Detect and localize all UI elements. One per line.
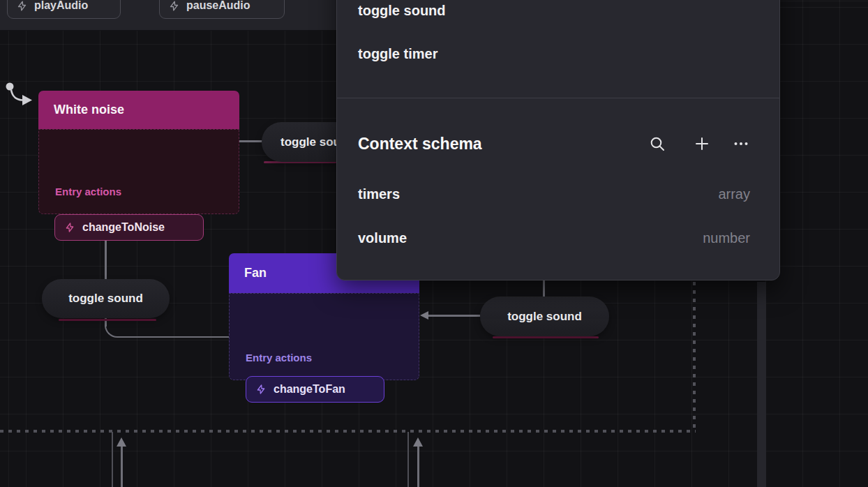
panel-event-item-toggle-timer[interactable]: toggle timer — [358, 46, 437, 62]
state-body: Entry actions changeToFan — [229, 293, 419, 380]
arrowhead-bottom-mid — [413, 437, 423, 447]
edge-enter-bottom-left — [121, 447, 123, 487]
entry-actions-label: Entry actions — [246, 352, 312, 364]
panel-event-item-toggle-sound[interactable]: toggle sound — [358, 3, 446, 19]
action-button-playAudio[interactable]: playAudio — [7, 0, 121, 19]
offscreen-node-edge — [757, 282, 766, 487]
details-panel: toggle sound toggle timer Context schema… — [336, 0, 780, 280]
state-header[interactable]: White noise — [38, 91, 239, 129]
bolt-icon — [168, 0, 180, 12]
event-pill-toggle-sound-right[interactable]: toggle sound — [480, 297, 609, 336]
more-icon[interactable] — [732, 135, 750, 153]
context-row-type: array — [718, 186, 750, 202]
event-label: toggle sound — [68, 292, 143, 306]
edge-togglesound-to-fan — [428, 315, 480, 317]
edge-enter-bottom-mid — [417, 447, 419, 487]
action-label: pauseAudio — [186, 0, 250, 12]
action-label: changeToNoise — [82, 221, 165, 234]
add-icon[interactable] — [693, 135, 711, 153]
context-schema-heading: Context schema — [358, 135, 482, 153]
event-pill-toggle-sound-left[interactable]: toggle sound — [42, 279, 170, 318]
search-icon[interactable] — [648, 135, 666, 153]
action-button-pauseAudio[interactable]: pauseAudio — [159, 0, 285, 19]
state-node-white-noise[interactable]: White noise Entry actions changeToNoise — [38, 91, 239, 214]
entry-action-chip-changeToNoise[interactable]: changeToNoise — [54, 214, 204, 241]
event-label: toggle sound — [507, 310, 582, 324]
state-title: White noise — [54, 103, 124, 117]
context-row-name[interactable]: timers — [358, 186, 400, 202]
bolt-icon — [16, 0, 28, 12]
edge-exit-bottom-mid — [407, 432, 409, 487]
transition-underline — [493, 336, 599, 338]
arrowhead-bottom-left — [117, 437, 126, 447]
action-label: playAudio — [34, 0, 88, 12]
bolt-icon — [64, 222, 75, 233]
state-body: Entry actions changeToNoise — [38, 129, 239, 214]
context-row-name[interactable]: volume — [358, 230, 407, 246]
parent-node-bottom[interactable]: playAudio pauseAudio — [0, 0, 336, 31]
context-row-type: number — [703, 230, 750, 246]
entry-actions-label: Entry actions — [55, 186, 121, 197]
edge-fan-to-togglesound — [117, 336, 229, 338]
arrowhead-into-fan — [420, 311, 428, 320]
action-label: changeToFan — [274, 383, 345, 396]
transition-underline — [59, 319, 156, 321]
edge-from-panel-to-togglesound — [543, 280, 545, 297]
state-title: Fan — [244, 266, 267, 280]
state-machine-canvas[interactable]: White noise Entry actions changeToNoise … — [0, 0, 868, 487]
edge-corner — [105, 325, 119, 338]
parent-boundary-dashed-horizontal — [0, 430, 696, 433]
parent-boundary-dashed-vertical — [693, 282, 696, 431]
panel-divider — [337, 98, 779, 98]
initial-state-arrow — [4, 80, 36, 108]
entry-action-chip-changeToFan[interactable]: changeToFan — [246, 376, 384, 403]
edge-whitenoise-to-togglesound — [239, 140, 263, 142]
bolt-icon — [255, 384, 267, 395]
edge-exit-bottom-left — [112, 432, 113, 487]
